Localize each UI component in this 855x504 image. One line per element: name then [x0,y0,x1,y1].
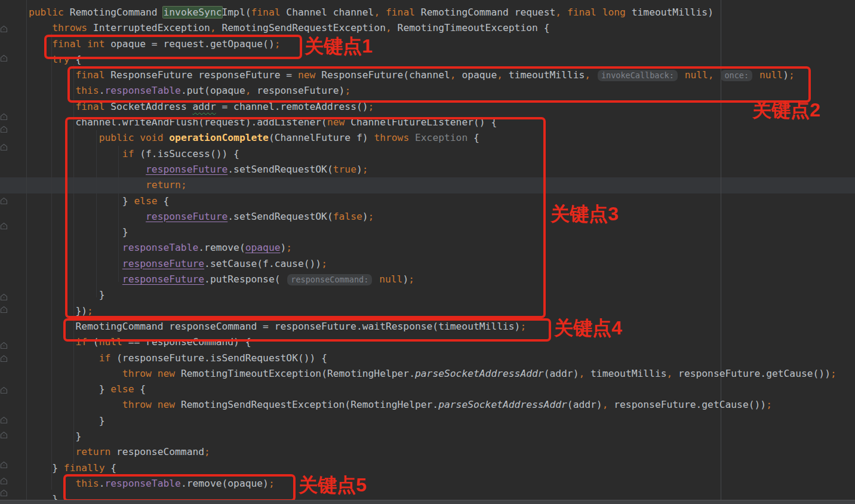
code-token: } [29,415,104,426]
code-token: { [110,462,116,474]
code-token: , [386,22,398,33]
code-line: if (responseFuture.isSendRequestOK()) { [0,351,855,366]
code-token: } [29,431,81,442]
code-editor: public RemotingCommand invokeSyncImpl(fi… [0,0,855,504]
code-token: finally [64,462,110,474]
code-token: , [602,399,614,410]
code-token: , [210,22,222,33]
annotation-label-3: 关键点3 [550,203,619,225]
code-line: } finally { [0,460,855,476]
annotation-box-3 [65,117,546,318]
code-token: RemotingCommand request [421,7,555,18]
code-token [29,22,52,33]
annotation-box-5 [63,474,296,502]
code-line: return responseCommand; [0,444,855,460]
code-token: timeoutMillis) [632,7,713,18]
search-match-highlight: invokeSync [163,7,222,18]
code-token [29,399,122,410]
code-token [29,368,122,379]
code-token: , [374,7,386,18]
bottom-panel-edge [0,500,855,504]
code-token: RemotingSendRequestException [222,22,386,33]
code-token: responseCommand [116,446,204,457]
annotation-label-4: 关键点4 [554,317,622,339]
code-token: throws [52,22,93,33]
code-token: else [110,383,140,395]
code-token: final [386,7,421,18]
code-token: Impl( [222,7,251,18]
code-line: throw new RemotingTimeoutException(Remot… [0,366,855,382]
code-line: } [0,413,855,429]
code-token [29,352,99,364]
code-token: final long [567,7,632,18]
code-token: final [251,7,287,18]
annotation-box-1 [44,35,302,59]
code-token [29,446,75,457]
code-token: } [29,383,110,395]
code-token: RemotingTimeoutException { [398,22,550,33]
code-token: InterruptedException [93,22,210,33]
code-token: RemotingTimeoutException(RemotingHelper. [181,368,415,379]
code-token: ; [766,399,772,410]
code-token: (addr) [567,399,602,410]
code-token: parseSocketAddressAddr [415,368,544,379]
annotation-label-5: 关键点5 [299,474,367,496]
annotation-label-1: 关键点1 [305,35,373,57]
code-token: public [29,7,70,18]
annotation-label-2: 关键点2 [752,99,820,121]
code-line: public RemotingCommand invokeSyncImpl(fi… [0,5,855,20]
code-token: } [29,462,64,474]
code-line: throws InterruptedException, RemotingSen… [0,20,855,36]
code-line: } else { [0,382,855,397]
code-token [29,101,75,112]
code-token: ; [831,368,836,379]
code-token: RemotingCommand [70,7,164,18]
code-token: { [140,383,146,395]
code-token: , [555,7,567,18]
annotation-box-2 [67,66,811,103]
code-token: , [667,368,679,379]
annotation-box-4 [63,318,551,342]
code-token: responseFuture.getCause()) [678,368,831,379]
code-token: parseSocketAddressAddr [438,399,567,410]
code-token: (responseFuture.isSendRequestOK()) { [116,352,327,364]
code-token: return [75,446,116,457]
code-token: throw new [122,368,181,379]
code-token: if [99,352,116,364]
code-token: ; [204,446,210,457]
code-token: responseFuture.getCause()) [614,399,766,410]
code-token: , [579,368,590,379]
code-token: (addr) [544,368,579,379]
code-token: RemotingSendRequestException(RemotingHel… [181,399,438,410]
code-line: throw new RemotingSendRequestException(R… [0,397,855,413]
code-line: } [0,429,855,444]
code-token: timeoutMillis [590,368,666,379]
code-token: throw new [122,399,181,410]
code-token: Channel channel [286,7,374,18]
